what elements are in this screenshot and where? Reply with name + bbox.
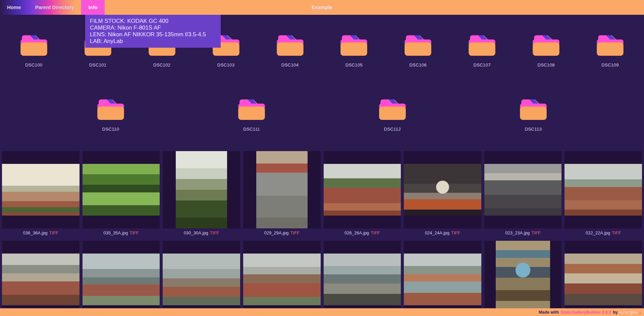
folder-item-dsc107[interactable]: DSC107 — [452, 34, 512, 67]
folder-item-dsc109[interactable]: DSC109 — [580, 34, 640, 67]
folder-item-dsc108[interactable]: DSC108 — [516, 34, 576, 67]
image-caption: 030_30A.jpgTIFF — [163, 228, 240, 238]
folder-item-dsc105[interactable]: DSC105 — [324, 34, 384, 67]
folder-item-dsc113[interactable]: DSC113 — [503, 98, 564, 132]
gallery-item[interactable]: 030_30A.jpgTIFF — [163, 151, 240, 238]
image-filename[interactable]: 029_29A.jpg — [264, 230, 288, 235]
thumbnail-box — [565, 241, 642, 316]
folder-label: DSC113 — [525, 127, 542, 132]
image-filename[interactable]: 030_30A.jpg — [184, 230, 208, 235]
gallery-item[interactable]: 026_26A.jpgTIFF — [324, 151, 401, 238]
info-popup: FILM STOCK: KODAK GC 400 CAMERA: Nikon F… — [85, 15, 221, 48]
image-caption: 029_29A.jpgTIFF — [243, 228, 321, 238]
image-format-tag[interactable]: TIFF — [290, 230, 299, 235]
image-filename[interactable]: 035_35A.jpg — [103, 230, 128, 235]
folder-item-dsc106[interactable]: DSC106 — [388, 34, 448, 67]
thumbnail-box — [324, 151, 401, 228]
photo-thumbnail — [496, 241, 550, 316]
gallery-item[interactable]: 022_22A.jpgTIFF — [565, 151, 642, 238]
image-format-tag[interactable]: TIFF — [129, 230, 139, 235]
info-lab: LAB: AnyLab — [90, 38, 216, 45]
image-filename[interactable]: 024_24A.jpg — [425, 230, 449, 235]
gallery-item[interactable]: 029_29A.jpgTIFF — [243, 151, 321, 238]
nav-parent-directory[interactable]: Parent Directory — [28, 0, 82, 15]
folder-label: DSC103 — [217, 62, 235, 67]
folder-icon — [520, 98, 547, 120]
footer-dot: . — [640, 310, 641, 315]
top-nav: Home Parent Directory Info Example — [0, 0, 644, 15]
image-format-tag[interactable]: TIFF — [451, 230, 460, 235]
thumbnail-box — [163, 241, 240, 316]
image-format-tag[interactable]: TIFF — [49, 230, 58, 235]
gallery-item[interactable]: 023_23A.jpgTIFF — [484, 151, 562, 238]
photo-thumbnail — [243, 254, 321, 305]
gallery-item[interactable] — [484, 241, 562, 316]
folder-item-dsc100[interactable]: DSC100 — [4, 34, 64, 67]
photo-thumbnail — [404, 254, 481, 305]
thumbnail-box — [484, 241, 562, 316]
thumbnail-box — [2, 241, 79, 316]
folder-item-dsc111[interactable]: DSC111 — [221, 98, 282, 132]
info-lens: LENS: Nikon AF NIKKOR 35-135mm f/3.5-4.5 — [90, 31, 216, 38]
info-film-stock: FILM STOCK: KODAK GC 400 — [90, 18, 216, 25]
gallery-item[interactable] — [243, 241, 321, 316]
thumbnail-box — [83, 151, 160, 228]
image-format-tag[interactable]: TIFF — [612, 230, 621, 235]
thumbnail-box — [163, 151, 240, 228]
image-filename[interactable]: 022_22A.jpg — [586, 230, 610, 235]
gallery-item[interactable]: 036_36A.jpgTIFF — [2, 151, 79, 238]
folder-icon — [238, 98, 265, 120]
folder-icon — [277, 34, 304, 56]
photo-thumbnail — [176, 151, 227, 228]
thumbnail-box — [404, 151, 481, 228]
nav-home[interactable]: Home — [0, 0, 28, 15]
folder-icon — [405, 34, 431, 56]
gallery-item[interactable]: 035_35A.jpgTIFF — [83, 151, 160, 238]
image-format-tag[interactable]: TIFF — [531, 230, 540, 235]
thumbnail-box — [2, 151, 79, 228]
folder-item-dsc112[interactable]: DSC112 — [362, 98, 423, 132]
folder-item-dsc110[interactable]: DSC110 — [80, 98, 141, 132]
gallery-item[interactable] — [324, 241, 401, 316]
footer-author-logo[interactable]: </srgn> — [620, 310, 638, 315]
photo-thumbnail — [83, 254, 160, 305]
gallery-item[interactable] — [565, 241, 642, 316]
photo-thumbnail — [2, 164, 79, 216]
photo-thumbnail — [256, 151, 308, 228]
folder-icon — [533, 34, 559, 56]
gallery-item[interactable] — [163, 241, 240, 316]
photo-thumbnail — [484, 164, 562, 216]
gallery-item[interactable] — [404, 241, 481, 316]
image-format-tag[interactable]: TIFF — [210, 230, 219, 235]
gallery-item[interactable] — [83, 241, 160, 316]
thumbnail-box — [83, 241, 160, 316]
thumbnail-box — [243, 151, 321, 228]
photo-thumbnail — [163, 254, 240, 305]
images-grid: 036_36A.jpgTIFF035_35A.jpgTIFF030_30A.jp… — [0, 151, 644, 316]
folder-item-dsc104[interactable]: DSC104 — [260, 34, 320, 67]
footer-app-link[interactable]: StaticGalleryBuilder 2.6.2 — [560, 310, 611, 315]
gallery-title: Example — [312, 0, 332, 15]
image-filename[interactable]: 026_26A.jpg — [344, 230, 369, 235]
image-caption: 024_24A.jpgTIFF — [404, 228, 481, 238]
folder-label: DSC101 — [89, 62, 107, 67]
folder-label: DSC107 — [473, 62, 491, 67]
folder-icon — [469, 34, 495, 56]
folder-label: DSC105 — [345, 62, 363, 67]
photo-thumbnail — [83, 164, 160, 216]
image-format-tag[interactable]: TIFF — [371, 230, 380, 235]
footer-by: by — [613, 310, 618, 315]
gallery-item[interactable]: 024_24A.jpgTIFF — [404, 151, 481, 238]
folder-label: DSC109 — [601, 62, 619, 67]
nav-info-tab[interactable]: Info — [81, 0, 105, 15]
footer-bar: Made with StaticGalleryBuilder 2.6.2 by … — [0, 308, 644, 316]
image-filename[interactable]: 036_36A.jpg — [23, 230, 48, 235]
image-filename[interactable]: 023_23A.jpg — [505, 230, 530, 235]
info-camera: CAMERA: Nikon F-801S AF — [90, 25, 216, 31]
folder-icon — [340, 34, 367, 56]
folder-label: DSC108 — [537, 62, 555, 67]
photo-thumbnail — [565, 254, 642, 305]
gallery-item[interactable] — [2, 241, 79, 316]
image-caption: 026_26A.jpgTIFF — [324, 228, 401, 238]
thumbnail-box — [565, 151, 642, 228]
